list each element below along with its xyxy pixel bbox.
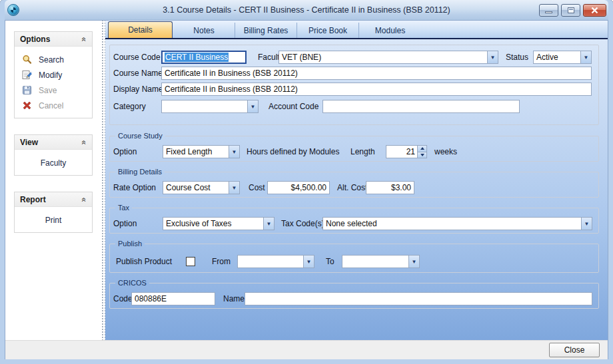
course-code-label: Course Code [113, 53, 161, 62]
cricos-name-input[interactable] [245, 292, 592, 305]
course-code-input[interactable]: CERT II Business [161, 51, 247, 64]
collapse-chevron-icon[interactable]: « [80, 140, 89, 144]
faculty-dropdown[interactable]: VET (BNE) ▼ [279, 51, 498, 64]
arrow-down-icon [420, 154, 424, 156]
tax-option-label: Option [113, 219, 137, 228]
sidebar-item-label: Faculty [41, 158, 67, 168]
sidebar-item-print[interactable]: Print [15, 212, 92, 228]
sidebar-item-save[interactable]: Save [15, 83, 92, 98]
search-magnifier-icon [21, 55, 33, 65]
sidebar-item-label: Search [39, 55, 64, 65]
alt-cost-input[interactable] [366, 181, 414, 194]
billing-details-legend: Billing Details [115, 168, 165, 176]
tax-legend: Tax [115, 204, 132, 212]
sidebar-splitter[interactable] [101, 21, 105, 340]
course-study-group: Course Study Option Fixed Length ▼ Hours… [109, 132, 599, 162]
modify-pencil-icon [21, 70, 33, 81]
course-name-label: Course Name [113, 69, 163, 78]
sidebar-item-faculty[interactable]: Faculty [15, 155, 92, 170]
study-option-label: Option [113, 147, 137, 156]
cost-label: Cost [249, 183, 265, 192]
weeks-label: weeks [434, 147, 457, 156]
rate-option-label: Rate Option [113, 183, 156, 192]
sidebar: Options « Search [5, 21, 101, 340]
close-button[interactable]: Close [549, 343, 600, 357]
length-spinner[interactable]: 21 [386, 145, 427, 158]
selected-text: CERT II Business [165, 53, 229, 62]
course-identity-panel: Course Code CERT II Business Faculty VET… [109, 45, 599, 125]
report-panel-title: Report [20, 195, 46, 204]
publish-product-label: Publish Product [116, 257, 172, 266]
sidebar-item-label: Cancel [39, 101, 63, 110]
status-label: Status [506, 53, 528, 62]
tab-details[interactable]: Details [108, 21, 173, 38]
status-dropdown[interactable]: Active ▼ [533, 51, 592, 64]
publish-product-checkbox[interactable] [186, 257, 195, 266]
account-code-input[interactable] [322, 100, 520, 113]
close-icon [591, 7, 598, 14]
sidebar-item-search[interactable]: Search [15, 52, 92, 67]
tab-modules[interactable]: Modules [359, 23, 421, 38]
view-panel: View « Faculty [14, 134, 93, 176]
chevron-down-icon[interactable]: ▼ [229, 146, 239, 158]
hours-defined-note: Hours defined by Modules [247, 147, 339, 156]
length-label: Length [350, 147, 375, 156]
tab-strip: Details Notes Billing Rates Price Book M… [105, 21, 608, 39]
save-floppy-icon [21, 85, 33, 96]
sidebar-item-label: Modify [39, 71, 62, 80]
course-name-input[interactable] [161, 67, 592, 80]
collapse-chevron-icon[interactable]: « [80, 37, 89, 41]
title-bar: 3.1 Course Details - CERT II Business - … [5, 0, 608, 20]
minimize-icon [545, 11, 552, 13]
chevron-down-icon[interactable]: ▼ [229, 182, 239, 194]
course-study-legend: Course Study [115, 132, 165, 140]
chevron-down-icon[interactable]: ▼ [580, 51, 591, 63]
tax-option-dropdown[interactable]: Exclusive of Taxes ▼ [163, 217, 275, 230]
category-dropdown[interactable]: ▼ [161, 100, 259, 113]
minimize-button[interactable] [539, 4, 558, 17]
alt-cost-label: Alt. Cost [337, 183, 367, 192]
category-label: Category [113, 102, 146, 111]
cricos-code-input[interactable] [131, 292, 215, 305]
tax-codes-dropdown[interactable]: None selected ▼ [322, 217, 592, 230]
application-window: 3.1 Course Details - CERT II Business - … [0, 0, 613, 364]
publish-legend: Publish [115, 240, 145, 248]
view-panel-title: View [20, 138, 38, 147]
sidebar-item-modify[interactable]: Modify [15, 67, 92, 83]
cancel-x-icon [21, 100, 33, 111]
tax-codes-label: Tax Code(s) [281, 219, 324, 228]
publish-from-dropdown[interactable]: ▼ [237, 255, 314, 268]
chevron-down-icon[interactable]: ▼ [247, 100, 258, 112]
length-value[interactable]: 21 [386, 146, 417, 158]
close-window-button[interactable] [583, 4, 606, 17]
tab-price-book[interactable]: Price Book [297, 23, 359, 38]
collapse-chevron-icon[interactable]: « [80, 197, 89, 202]
display-name-input[interactable] [161, 83, 592, 96]
spinner-down-button[interactable] [418, 152, 426, 158]
cricos-code-label: Code [113, 294, 133, 303]
view-panel-header[interactable]: View « [15, 135, 92, 150]
chevron-down-icon[interactable]: ▼ [303, 256, 314, 268]
rate-option-dropdown[interactable]: Course Cost ▼ [163, 181, 240, 194]
publish-to-dropdown[interactable]: ▼ [342, 255, 420, 268]
tab-billing-rates[interactable]: Billing Rates [235, 23, 297, 38]
sidebar-item-label: Save [39, 86, 57, 95]
report-panel-header[interactable]: Report « [15, 192, 92, 207]
chevron-down-icon[interactable]: ▼ [581, 218, 592, 230]
publish-to-label: To [326, 257, 334, 266]
cost-input[interactable] [267, 181, 330, 194]
details-form: Course Code CERT II Business Faculty VET… [105, 39, 608, 340]
chevron-down-icon[interactable]: ▼ [487, 51, 498, 63]
maximize-button[interactable] [561, 4, 580, 17]
display-name-label: Display Name [113, 85, 163, 94]
publish-from-label: From [212, 257, 231, 266]
study-option-dropdown[interactable]: Fixed Length ▼ [163, 145, 240, 158]
report-panel: Report « Print [14, 192, 93, 233]
sidebar-item-cancel[interactable]: Cancel [15, 98, 92, 113]
spinner-up-button[interactable] [418, 146, 426, 152]
chevron-down-icon[interactable]: ▼ [408, 256, 419, 268]
chevron-down-icon[interactable]: ▼ [263, 218, 274, 230]
tab-notes[interactable]: Notes [173, 23, 235, 38]
window-title: 3.1 Course Details - CERT II Business - … [5, 5, 608, 15]
options-panel-header[interactable]: Options « [15, 32, 92, 47]
